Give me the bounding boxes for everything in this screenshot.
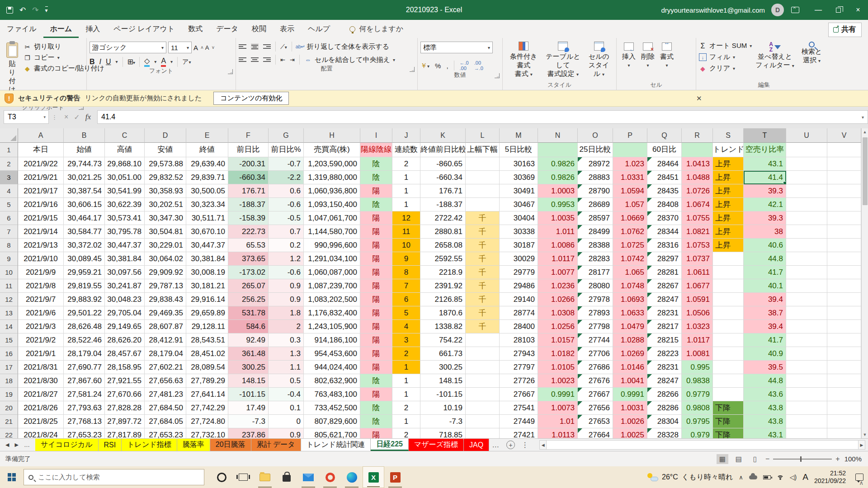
cell-L9[interactable]: 千 bbox=[466, 252, 500, 266]
cell-S18[interactable] bbox=[713, 374, 744, 388]
cell-L21[interactable] bbox=[466, 415, 500, 428]
orientation-button[interactable]: ⟋▾ bbox=[280, 43, 287, 51]
row-header-11[interactable]: 11 bbox=[0, 279, 18, 293]
sheet-list-ellipsis[interactable]: … bbox=[24, 441, 30, 448]
cell-E7[interactable]: 30,670.10 bbox=[186, 225, 228, 239]
cell-P22[interactable]: 1.0025 bbox=[613, 428, 647, 438]
cell-H15[interactable]: 914,186,100 bbox=[304, 333, 360, 347]
cell-H20[interactable]: 733,452,500 bbox=[304, 401, 360, 415]
cell-C9[interactable]: 30,381.84 bbox=[105, 252, 145, 266]
account-email[interactable]: dryyourtearswithlove1@gmail.com bbox=[661, 6, 765, 14]
cell-B15[interactable]: 28,522.46 bbox=[64, 333, 105, 347]
cell-P12[interactable]: 1.0693 bbox=[613, 293, 647, 306]
cell-T10[interactable]: 41.7 bbox=[744, 266, 786, 279]
cell-P8[interactable]: 1.0725 bbox=[613, 239, 647, 252]
cell-E19[interactable]: 27,641.14 bbox=[186, 388, 228, 401]
cell-F15[interactable]: 92.49 bbox=[228, 333, 269, 347]
normal-view-button[interactable]: ▦ bbox=[717, 454, 728, 464]
cell-L10[interactable]: 千 bbox=[466, 266, 500, 279]
cell-L16[interactable] bbox=[466, 347, 500, 361]
cell-H21[interactable]: 807,829,600 bbox=[304, 415, 360, 428]
align-top-button[interactable] bbox=[239, 43, 246, 50]
cell-M20[interactable]: 27541 bbox=[500, 401, 538, 415]
cell-U6[interactable] bbox=[786, 211, 827, 225]
increase-indent-button[interactable]: ⇥ bbox=[290, 56, 295, 63]
cell-D21[interactable]: 27,684.05 bbox=[145, 415, 186, 428]
sheet-tab-トレンド指標[interactable]: トレンド指標 bbox=[122, 439, 177, 451]
column-header-L[interactable]: L bbox=[466, 128, 500, 143]
cell-C16[interactable]: 28,457.67 bbox=[105, 347, 145, 361]
cell-E20[interactable]: 27,742.29 bbox=[186, 401, 228, 415]
cell-O9[interactable]: 28283 bbox=[578, 252, 613, 266]
cell-N3[interactable]: 0.9826 bbox=[538, 171, 578, 184]
cell-V7[interactable] bbox=[827, 225, 861, 239]
cell-S8[interactable]: 上昇 bbox=[713, 239, 744, 252]
cell-L4[interactable] bbox=[466, 184, 500, 198]
cell-R12[interactable]: 1.0591 bbox=[682, 293, 713, 306]
new-sheet-button[interactable]: + bbox=[506, 441, 515, 449]
cell-A8[interactable]: 2021/9/13 bbox=[18, 239, 64, 252]
cell-K13[interactable]: 1870.6 bbox=[420, 306, 466, 320]
cell-K9[interactable]: 2592.55 bbox=[420, 252, 466, 266]
cell-G6[interactable]: -0.5 bbox=[269, 211, 304, 225]
borders-button[interactable]: ⊞▾ bbox=[127, 57, 135, 66]
cell-E2[interactable]: 29,639.40 bbox=[186, 157, 228, 171]
cell-A9[interactable]: 2021/9/10 bbox=[18, 252, 64, 266]
cell-O19[interactable]: 27667 bbox=[578, 388, 613, 401]
cell-M13[interactable]: 28774 bbox=[500, 306, 538, 320]
cell-M5[interactable]: 30467 bbox=[500, 198, 538, 211]
cell-U22[interactable] bbox=[786, 428, 827, 438]
cell-Q8[interactable]: 28316 bbox=[647, 239, 682, 252]
row-header-19[interactable]: 19 bbox=[0, 388, 18, 401]
cell-F6[interactable]: -158.39 bbox=[228, 211, 269, 225]
cell-V13[interactable] bbox=[827, 306, 861, 320]
cell-N5[interactable]: 0.9953 bbox=[538, 198, 578, 211]
cell-A22[interactable]: 2021/8/24 bbox=[18, 428, 64, 438]
tab-insert[interactable]: 挿入 bbox=[79, 21, 107, 38]
cell-B8[interactable]: 30,372.02 bbox=[64, 239, 105, 252]
align-center-button[interactable] bbox=[251, 56, 259, 63]
cell-E14[interactable]: 29,128.11 bbox=[186, 320, 228, 333]
cell-R17[interactable]: 0.995 bbox=[682, 361, 713, 374]
cell-C6[interactable]: 30,573.41 bbox=[105, 211, 145, 225]
cell-V19[interactable] bbox=[827, 388, 861, 401]
cell-V3[interactable] bbox=[827, 171, 861, 184]
cell-T14[interactable]: 39.4 bbox=[744, 320, 786, 333]
cell-N11[interactable]: 1.0236 bbox=[538, 279, 578, 293]
row-header-16[interactable]: 16 bbox=[0, 347, 18, 361]
cell-E6[interactable]: 30,511.71 bbox=[186, 211, 228, 225]
phonetic-button[interactable]: ア▾ bbox=[182, 58, 191, 66]
tell-me-box[interactable]: 何をしますか bbox=[349, 24, 403, 38]
cell-K16[interactable]: 661.73 bbox=[420, 347, 466, 361]
cell-N6[interactable]: 1.0035 bbox=[538, 211, 578, 225]
cell-L5[interactable] bbox=[466, 198, 500, 211]
cell-C18[interactable]: 27,921.55 bbox=[105, 374, 145, 388]
cell-G5[interactable]: -0.6 bbox=[269, 198, 304, 211]
alignment-dialog-launcher[interactable] bbox=[410, 67, 415, 72]
cell-K5[interactable]: -188.37 bbox=[420, 198, 466, 211]
cell-U4[interactable] bbox=[786, 184, 827, 198]
cell-R7[interactable]: 1.0821 bbox=[682, 225, 713, 239]
cell-F3[interactable]: -660.34 bbox=[228, 171, 269, 184]
cell-I11[interactable]: 陽 bbox=[360, 279, 392, 293]
cell-F12[interactable]: 256.25 bbox=[228, 293, 269, 306]
page-break-view-button[interactable]: ▯ bbox=[749, 454, 761, 464]
column-header-I[interactable]: I bbox=[360, 128, 392, 143]
cell-J13[interactable]: 5 bbox=[392, 306, 420, 320]
tab-home[interactable]: ホーム bbox=[43, 21, 79, 38]
enter-icon[interactable]: ✓ bbox=[74, 113, 80, 122]
cell-P21[interactable]: 1.0026 bbox=[613, 415, 647, 428]
cell-H19[interactable]: 763,483,100 bbox=[304, 388, 360, 401]
sheet-tab-サイコロジカル[interactable]: サイコロジカル bbox=[35, 439, 99, 451]
cell-O11[interactable]: 28080 bbox=[578, 279, 613, 293]
cell-I12[interactable]: 陽 bbox=[360, 293, 392, 306]
cell-U16[interactable] bbox=[786, 347, 827, 361]
cell-G10[interactable]: -0.6 bbox=[269, 266, 304, 279]
cell-I15[interactable]: 陽 bbox=[360, 333, 392, 347]
cell-Q22[interactable]: 28328 bbox=[647, 428, 682, 438]
cell-C20[interactable]: 27,828.28 bbox=[105, 401, 145, 415]
align-middle-button[interactable] bbox=[251, 43, 259, 50]
cell-I20[interactable]: 陰 bbox=[360, 401, 392, 415]
tab-formulas[interactable]: 数式 bbox=[181, 21, 209, 38]
cell-G17[interactable]: 1.1 bbox=[269, 361, 304, 374]
